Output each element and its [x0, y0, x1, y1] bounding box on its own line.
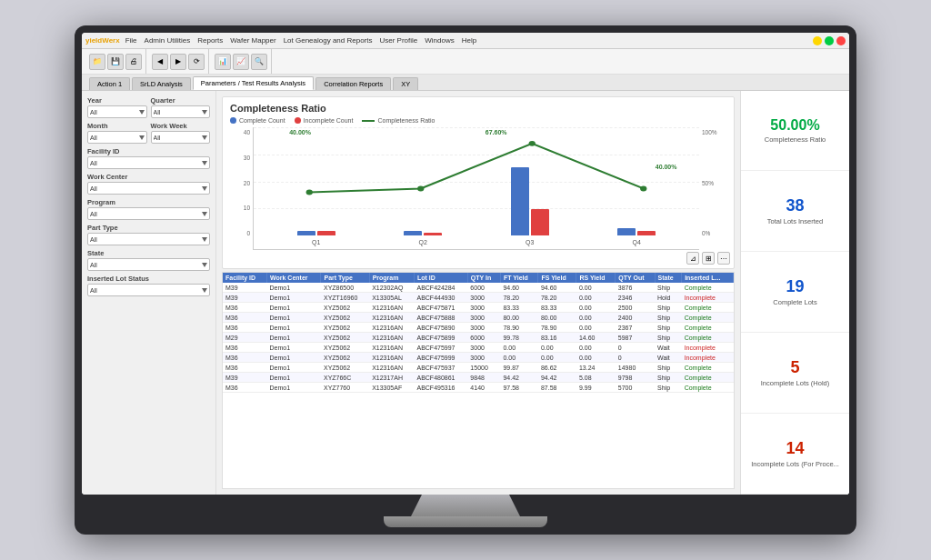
tab-xy[interactable]: XY [393, 77, 418, 90]
lot-status-label: Inserted Lot Status [87, 275, 210, 283]
menu-user[interactable]: User Profile [379, 36, 417, 45]
workweek-select[interactable]: All [151, 131, 211, 144]
month-select[interactable]: All [87, 131, 147, 144]
legend-incomplete: Incomplete Count [295, 117, 354, 124]
col-rsyield: RS Yield [576, 273, 616, 283]
monitor-base [384, 516, 547, 527]
close-button[interactable] [836, 36, 846, 45]
chart-toolbar: ⊿ ⊞ ⋯ [686, 252, 730, 265]
workcenter-select[interactable]: All [87, 182, 210, 195]
quarter-select[interactable]: All [151, 105, 211, 118]
stat-incomplete-hold: 5 Incomplete Lots (Hold) [741, 334, 849, 414]
col-qtyin: QTY In [467, 273, 500, 283]
bar-q4-complete [617, 228, 636, 235]
toolbar-icon-8[interactable]: 📈 [233, 54, 249, 70]
filter-workweek: Work Week All [151, 122, 211, 144]
menu-lot[interactable]: Lot Genealogy and Reports [284, 36, 373, 45]
toolbar-icon-1[interactable]: 📁 [89, 54, 105, 70]
toolbar: 📁 💾 🖨 ◀ ▶ ⟳ 📊 📈 🔍 [82, 49, 849, 75]
data-table: Facility ID Work Center Part Type Progra… [223, 273, 734, 393]
toolbar-icon-3[interactable]: 🖨 [125, 54, 142, 70]
menu-help[interactable]: Help [462, 36, 476, 45]
year-select[interactable]: All [87, 105, 147, 118]
table-row[interactable]: M36Demo1XYZ5062X12316ANABCF475871300083.… [223, 303, 734, 313]
legend-complete-dot [230, 117, 236, 124]
filter-state: State All [87, 249, 210, 271]
stat-complete-lots: 19 Complete Lots [741, 253, 849, 333]
table-row[interactable]: M39Demo1XYZ766CX12317AHABCF480861984894.… [223, 373, 734, 383]
toolbar-icon-2[interactable]: 💾 [107, 54, 124, 70]
table-row[interactable]: M36Demo1XYZ5062X12316ANABCF4759371500099… [223, 363, 734, 373]
data-table-area: Facility ID Work Center Part Type Progra… [222, 272, 735, 489]
bar-q3-incomplete [531, 209, 549, 235]
chart-area: Completeness Ratio Complete Count Incomp… [222, 96, 735, 269]
total-lots-label: Total Lots Inserted [767, 217, 823, 225]
toolbar-group-3: 📊 📈 🔍 [211, 49, 272, 74]
filter-lot-status: Inserted Lot Status All [87, 275, 210, 296]
tab-correlation[interactable]: Correlation Reports [315, 77, 391, 90]
menu-windows[interactable]: Windows [425, 36, 454, 45]
minimize-button[interactable] [813, 36, 822, 45]
chart-menu-btn[interactable]: ⋯ [717, 252, 730, 265]
chart-expand-btn[interactable]: ⊞ [702, 252, 715, 265]
filter-year: Year All [87, 96, 147, 118]
right-panel: Completeness Ratio Complete Count Incomp… [216, 91, 740, 495]
menu-wafer[interactable]: Wafer Mapper [230, 36, 275, 45]
program-label: Program [87, 198, 210, 206]
filter-row-year-quarter: Year All Quarter All [87, 96, 210, 118]
complete-lots-value: 19 [786, 278, 804, 296]
table-row[interactable]: M36Demo1XYZ5062X12316ANABCF475890300078.… [223, 323, 734, 333]
pct-label-q1: 40.00% [289, 129, 311, 135]
incomplete-hold-label: Incomplete Lots (Hold) [761, 379, 829, 387]
table-row[interactable]: M29Demo1XYZ5062X12316ANABCF475899600099.… [223, 333, 734, 343]
toolbar-icon-7[interactable]: 📊 [215, 54, 231, 70]
tab-action1[interactable]: Action 1 [89, 77, 130, 90]
x-label-q4: Q4 [633, 239, 641, 245]
chart-plot: Q1 Q2 Q3 Q4 [253, 127, 699, 250]
parttype-select[interactable]: All [87, 233, 210, 245]
lot-status-select[interactable]: All [87, 284, 210, 296]
toolbar-icon-4[interactable]: ◀ [152, 54, 168, 70]
toolbar-icon-9[interactable]: 🔍 [251, 54, 267, 70]
filter-facility: Facility ID All [87, 147, 210, 169]
table-row[interactable]: M39Demo1XYZT16960X13305ALABCF44493030007… [223, 293, 734, 303]
complete-lots-label: Complete Lots [773, 298, 816, 306]
col-lotid: Lot ID [414, 273, 467, 283]
bar-q3-complete [511, 167, 529, 235]
completeness-label: Completeness Ratio [765, 135, 826, 144]
maximize-button[interactable] [825, 36, 834, 45]
col-program: Program [369, 273, 414, 283]
tab-srld[interactable]: SrLD Analysis [132, 77, 191, 90]
tab-parameters[interactable]: Parameters / Test Results Analysis [193, 76, 314, 90]
table-row[interactable]: M36Demo1XYZ5062X12316ANABCF475888300080.… [223, 313, 734, 323]
window-controls[interactable] [813, 36, 846, 45]
menu-admin[interactable]: Admin Utilities [145, 36, 191, 45]
table-row[interactable]: M36Demo1XYZ7760X13305AFABCF495316414097.… [223, 383, 734, 393]
y-axis-left: 40 30 20 10 0 [230, 127, 253, 250]
legend-incomplete-label: Incomplete Count [304, 117, 354, 124]
table-row[interactable]: M39Demo1XYZ86500X12302AQABCF424284600094… [223, 283, 734, 293]
incomplete-proc-label: Incomplete Lots (For Proce... [751, 460, 839, 468]
col-facility: Facility ID [223, 273, 267, 283]
legend-ratio: Completeness Ratio [362, 117, 435, 124]
menu-bar[interactable]: File Admin Utilities Reports Wafer Mappe… [125, 36, 477, 45]
menu-reports[interactable]: Reports [197, 36, 223, 45]
facility-select[interactable]: All [87, 156, 210, 169]
toolbar-icon-5[interactable]: ▶ [170, 54, 186, 70]
legend-complete: Complete Count [230, 117, 285, 124]
incomplete-hold-value: 5 [790, 359, 799, 377]
total-lots-value: 38 [786, 197, 804, 215]
state-select[interactable]: All [87, 258, 210, 271]
state-label: State [87, 249, 210, 257]
incomplete-proc-value: 14 [786, 440, 804, 458]
program-select[interactable]: All [87, 207, 210, 220]
toolbar-group-2: ◀ ▶ ⟳ [148, 49, 209, 74]
toolbar-icon-6[interactable]: ⟳ [188, 54, 205, 70]
table-row[interactable]: M36Demo1XYZ5062X12316ANABCF47599930000.0… [223, 353, 734, 363]
col-ftyield: FT Yield [500, 273, 537, 283]
menu-file[interactable]: File [125, 36, 137, 45]
chart-filter-btn[interactable]: ⊿ [686, 252, 699, 265]
table-row[interactable]: M36Demo1XYZ5062X12316ANABCF47599730000.0… [223, 343, 734, 353]
monitor-stand [411, 495, 520, 516]
filter-parttype: Part Type All [87, 224, 210, 245]
